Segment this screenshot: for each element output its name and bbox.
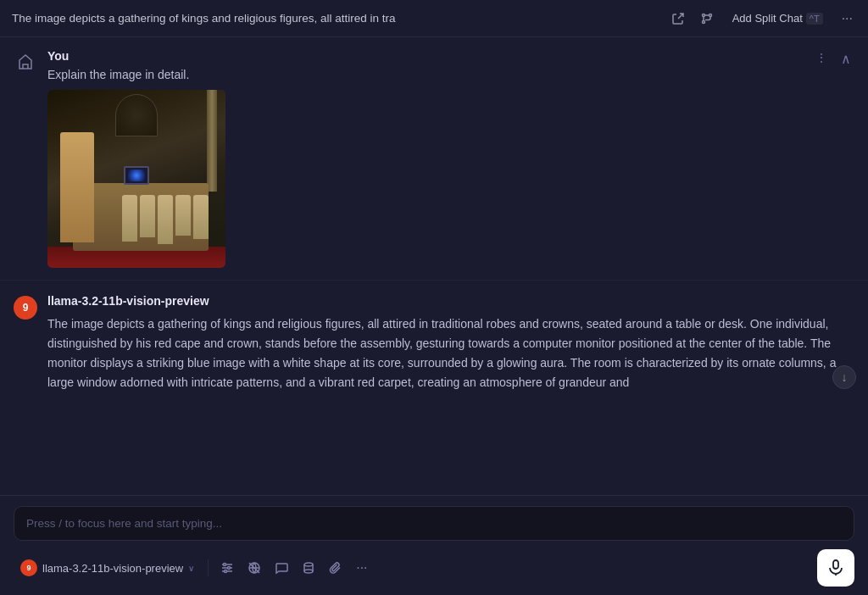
globe-off-button[interactable] [242,556,266,580]
svg-point-1 [709,14,711,16]
user-image-container [47,90,225,268]
mic-button[interactable] [817,549,854,587]
toolbar-more-button[interactable]: ··· [351,555,372,581]
user-message-content: You Explain the image in detail. [47,49,854,268]
header-title: The image depicts a gathering of kings a… [12,12,659,25]
model-name-text: llama-3.2-11b-vision-preview [42,562,183,575]
collapse-icon: ∧ [841,52,851,66]
chevron-down-icon: ∨ [188,564,194,573]
more-icon: ··· [356,560,367,576]
header: The image depicts a gathering of kings a… [0,0,868,37]
user-avatar-icon [14,51,37,75]
user-message-collapse-button[interactable]: ∧ [836,49,856,69]
scroll-down-icon: ↓ [842,370,848,384]
header-icons: Add Split Chat ^T ··· [668,8,856,30]
sliders-button[interactable] [215,556,239,580]
ai-avatar: 9 [14,296,37,320]
user-label: You [47,49,854,63]
ai-message-content: llama-3.2-11b-vision-preview The image d… [47,294,854,392]
add-split-chat-button[interactable]: Add Split Chat ^T [726,8,830,28]
svg-point-12 [304,570,313,573]
user-message-more-button[interactable]: ⋮ [812,49,831,66]
input-area: Press / to focus here and start typing..… [0,495,868,595]
ai-message-block: 9 llama-3.2-11b-vision-preview The image… [0,281,868,406]
more-icon: ··· [842,11,853,26]
svg-rect-13 [833,560,838,569]
model-selector-button[interactable]: 9 llama-3.2-11b-vision-preview ∨ [14,556,201,580]
toolbar: 9 llama-3.2-11b-vision-preview ∨ [14,549,854,587]
chat-bubble-button[interactable] [270,556,293,580]
svg-point-0 [702,14,704,16]
input-placeholder: Press / to focus here and start typing..… [26,517,842,530]
ai-response-text: The image depicts a gathering of kings a… [47,314,854,392]
attachment-button[interactable] [324,556,348,580]
model-avatar-small: 9 [20,559,37,576]
cylinder-button[interactable] [297,556,320,580]
add-split-label: Add Split Chat [732,12,803,25]
input-box[interactable]: Press / to focus here and start typing..… [14,506,854,541]
export-button[interactable] [668,8,688,29]
user-message-block: You Explain the image in detail. [0,37,868,281]
chat-area: You Explain the image in detail. [0,37,868,495]
header-more-button[interactable]: ··· [838,8,856,30]
user-image-placeholder [47,90,225,268]
branch-button[interactable] [697,8,717,29]
svg-point-11 [304,563,313,566]
svg-point-6 [224,564,226,566]
user-text: Explain the image in detail. [47,68,854,81]
svg-point-8 [225,570,227,573]
shortcut-badge: ^T [806,13,823,25]
more-vertical-icon: ⋮ [815,51,827,64]
svg-point-2 [702,20,704,23]
svg-point-7 [228,567,231,570]
toolbar-divider-1 [208,559,209,576]
ai-model-name: llama-3.2-11b-vision-preview [47,294,854,308]
